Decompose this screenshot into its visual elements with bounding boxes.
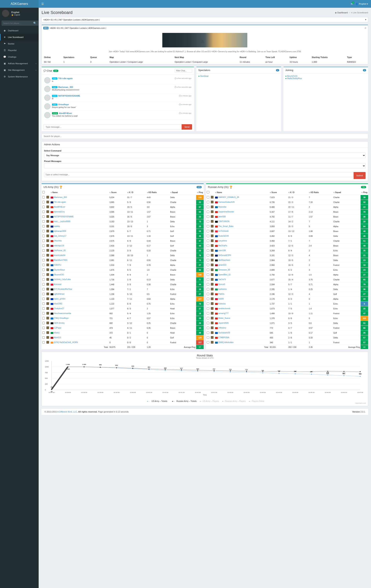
player-checkbox[interactable] [207, 327, 209, 329]
player-link[interactable]: HARVEY_OSWALD_JR [218, 196, 239, 198]
player-checkbox[interactable] [42, 322, 45, 324]
player-link[interactable]: Z3NTURION [218, 220, 229, 222]
player-link[interactable]: CTABPIOKA [218, 336, 229, 339]
player-checkbox[interactable] [207, 201, 209, 203]
player-link[interactable]: alphacap1959 [54, 230, 66, 232]
player-checkbox[interactable] [207, 331, 209, 334]
player-link[interactable]: Kalesios [218, 303, 226, 305]
player-link[interactable]: [KT] RookieoftheYear [54, 288, 72, 290]
player-link[interactable]: ginier023 [218, 264, 226, 266]
player-checkbox[interactable] [42, 273, 45, 276]
player-link[interactable]: tapko_grimlin [54, 298, 65, 300]
player-row[interactable]: damned21ru 3,585 13 / 11 1.57 Bravo 69 [41, 210, 204, 214]
player-row[interactable]: JimPanse_60 2,120 3 / 9 0.33 Charlie 33 [41, 248, 204, 253]
player-link[interactable]: BlackBurnTR81 [54, 259, 67, 261]
player-link[interactable]: N0T0FFENSIVENAME [54, 216, 74, 218]
player-link[interactable]: Suchykartof3l [218, 332, 230, 334]
player-link[interactable]: MaCKaPa [218, 245, 227, 247]
player-row[interactable]: alphacap1959 2,679 5 / 7 0.71 Golf 59 [41, 229, 204, 234]
player-checkbox[interactable] [207, 317, 209, 319]
player-checkbox[interactable] [42, 298, 45, 300]
player-link[interactable]: rendrieckondc [218, 307, 231, 310]
chat-send-button[interactable]: Send [182, 124, 192, 130]
player-checkbox[interactable] [207, 225, 209, 228]
select-all-checkbox[interactable] [42, 191, 45, 193]
column-header[interactable] [206, 190, 210, 195]
player-row[interactable]: die30sachsen 2,964 10 / 5 2 Delta 23 [206, 258, 368, 263]
player-link[interactable]: eliad1992 [54, 303, 62, 305]
player-row[interactable]: SirDonaldCPH 3,181 12 / 3 4 Bravo 21 [206, 253, 368, 258]
player-link[interactable]: yann10K [218, 249, 226, 252]
column-header[interactable]: ⇅K / D [288, 190, 308, 195]
player-row[interactable]: leventcakir64 2,088 10 / 10 1 Delta 76 [41, 253, 204, 258]
player-checkbox[interactable] [42, 312, 45, 315]
admin-message-input[interactable] [44, 172, 354, 177]
player-row[interactable]: Suchykartof3l 545 1 / 6 0.17 Golf 26 [206, 330, 368, 335]
player-link[interactable]: Marioman_393 [54, 196, 67, 198]
player-row[interactable]: Kalesios 1,737 1 / 1 1 Echo 0 [206, 302, 368, 306]
column-header[interactable]: ⇅KD Ratio [146, 190, 170, 195]
player-row[interactable]: DopamineShooter 5,167 17 / 8 2.13 Bravo … [206, 210, 368, 214]
player-link[interactable]: hok89 [218, 298, 224, 300]
footer-brand-link[interactable]: A Different Kind, LLC [57, 410, 77, 413]
player-link[interactable]: ImTh3Jok3r [218, 230, 229, 232]
player-link[interactable]: FamousGulasch26 [218, 201, 235, 203]
player-checkbox[interactable] [207, 288, 209, 290]
sidebar-item-chatlogs[interactable]: 💬Chatlogs [0, 53, 39, 60]
player-row[interactable]: BlackBurnTR81 2,081 6 / 11 0.55 Charlie … [41, 258, 204, 263]
player-checkbox[interactable] [42, 288, 45, 290]
player-checkbox[interactable] [42, 331, 45, 334]
player-row[interactable]: Alon015 45 0 / 2 0 Golf 129 [41, 335, 204, 340]
player-checkbox[interactable] [207, 322, 209, 324]
player-link[interactable]: Rykno0w [218, 206, 226, 208]
chat-avatar[interactable] [44, 86, 50, 92]
player-checkbox[interactable] [42, 278, 45, 281]
joining-link[interactable]: MafiaTeddyRus [287, 77, 302, 80]
chat-filter-input[interactable] [175, 69, 192, 73]
player-checkbox[interactable] [207, 235, 209, 237]
player-link[interactable]: Dat_Johnny17 [54, 235, 67, 237]
player-row[interactable]: Skyrim4dayz 1,875 9 / 5 1.8 Charlie 65 [41, 268, 204, 273]
player-link[interactable]: elisery [54, 332, 60, 334]
player-row[interactable]: FamousGulasch26 6,726 22 / 3 7.33 Charli… [206, 200, 368, 205]
player-checkbox[interactable] [207, 210, 209, 213]
player-link[interactable]: die30sachsen [218, 259, 230, 261]
player-link[interactable]: SyncaS [218, 283, 225, 285]
player-checkbox[interactable] [207, 307, 209, 310]
chat-input[interactable] [43, 124, 182, 130]
player-row[interactable]: mikolajs126 2,416 2 / 12 0.17 Golf 44 [41, 243, 204, 248]
player-link[interactable]: ZdOhNi_CrEaTuRe [54, 278, 71, 281]
player-checkbox[interactable] [42, 259, 45, 261]
player-row[interactable]: SpeedBird_02 2,756 12 / 8 1.5 Alpha 27 [206, 273, 368, 277]
player-checkbox[interactable] [207, 341, 209, 344]
player-link[interactable]: SpeedBird_02 [218, 273, 231, 276]
player-row[interactable]: kusheeno 2,205 1 / 4 0.25 Delta 36 [206, 287, 368, 292]
legend-item-disabled[interactable]: ●─ US Army – Players [200, 400, 219, 402]
chat-player-link[interactable]: Till-i-die-again [58, 77, 73, 80]
player-row[interactable]: GER-Smoky 682 3 / 12 0.25 Charlie 29 [41, 321, 204, 326]
player-link[interactable]: armanig777 [218, 312, 229, 315]
legend-item[interactable]: ●─ Russian Army – Tickets [170, 400, 197, 402]
player-row[interactable]: kalekip 3,101 18 / 6 3 Echo 20 [41, 224, 204, 229]
player-link[interactable]: man_-_kozlov9999 [54, 220, 70, 222]
chat-avatar[interactable] [44, 77, 50, 84]
player-row[interactable]: MaCKaPa 3,423 12 / 5 2.4 Bravo 49 [206, 243, 368, 248]
player-checkbox[interactable] [207, 240, 209, 242]
player-row[interactable]: armanig777 1,499 10 / 9 1.11 Foxtrot 47 [206, 311, 368, 316]
sidebar-item-banlist[interactable]: ⚑Banlist [0, 41, 39, 47]
player-row[interactable]: Pat43s 2,196 12 / 3 4 Golf 27 [206, 292, 368, 297]
player-link[interactable]: suryahina [218, 240, 227, 242]
player-checkbox[interactable] [42, 225, 45, 228]
player-checkbox[interactable] [42, 249, 45, 252]
column-header[interactable] [41, 190, 46, 195]
admin-submit-button[interactable]: Submit [354, 172, 366, 179]
player-row[interactable]: RoderikSVK 3,492 8 / 9 0.89 Delta 45 [206, 234, 368, 239]
column-header[interactable]: ⇅Name [214, 190, 269, 195]
player-checkbox[interactable] [207, 269, 209, 271]
player-checkbox[interactable] [207, 264, 209, 266]
player-row[interactable]: The_Smart_Baka 3,893 15 / 3 5 Alpha 84 [206, 224, 368, 229]
player-checkbox[interactable] [42, 196, 45, 199]
player-checkbox[interactable] [42, 235, 45, 237]
player-checkbox[interactable] [42, 201, 45, 203]
player-checkbox[interactable] [42, 244, 45, 247]
